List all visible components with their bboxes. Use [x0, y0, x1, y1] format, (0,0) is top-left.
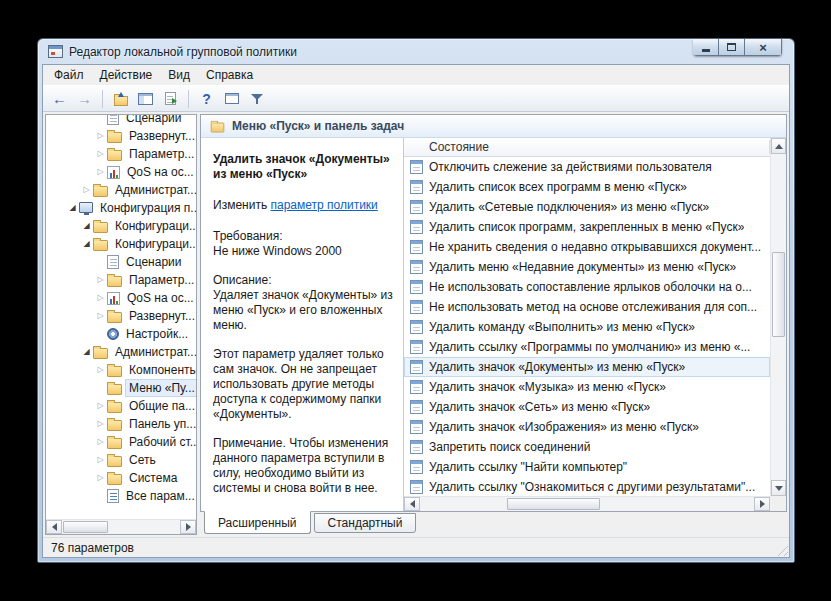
collapse-arrow-icon[interactable]: ◢: [80, 222, 93, 230]
export-list-button[interactable]: [159, 88, 182, 110]
tab-standard[interactable]: Стандартный: [314, 513, 417, 533]
tree-item[interactable]: ▷Компоненты: [46, 361, 196, 379]
tree-item[interactable]: ▷Параметр...: [46, 271, 196, 289]
expand-arrow-icon[interactable]: ▷: [94, 474, 107, 482]
tree-item[interactable]: ▷Общие па...: [46, 397, 196, 415]
resize-grip-icon[interactable]: [775, 543, 788, 556]
policy-setting-link[interactable]: параметр политики: [270, 198, 377, 212]
scrollbar-thumb[interactable]: [772, 252, 785, 337]
close-button[interactable]: ×: [744, 39, 782, 56]
expand-arrow-icon[interactable]: ▷: [94, 402, 107, 410]
window-title: Редактор локальной групповой политики: [69, 45, 680, 59]
expand-arrow-icon[interactable]: ▷: [80, 186, 93, 194]
policy-list-item[interactable]: Отключить слежение за действиями пользов…: [404, 157, 770, 177]
scroll-right-button[interactable]: [754, 497, 770, 511]
tree-item[interactable]: Сценарии: [46, 114, 196, 127]
column-header-state[interactable]: Состояние: [404, 138, 770, 157]
expand-arrow-icon[interactable]: ▷: [94, 438, 107, 446]
tree-item[interactable]: ◢Конфигураци...: [46, 235, 196, 253]
collapse-arrow-icon[interactable]: ◢: [80, 348, 93, 356]
tab-extended[interactable]: Расширенный: [204, 511, 311, 534]
description-paragraph: Удаляет значок «Документы» из меню «Пуск…: [213, 288, 393, 333]
policy-list-item[interactable]: Не хранить сведения о недавно открывавши…: [404, 237, 770, 257]
tree-item[interactable]: Сценарии: [46, 253, 196, 271]
scrollbar-thumb[interactable]: [507, 498, 601, 510]
forward-button[interactable]: [73, 88, 96, 110]
scroll-down-button[interactable]: [771, 480, 786, 496]
properties-button[interactable]: [220, 88, 243, 110]
expand-arrow-icon[interactable]: ▷: [94, 312, 107, 320]
expand-arrow-icon[interactable]: ▷: [94, 366, 107, 374]
menu-help[interactable]: Справка: [198, 66, 261, 84]
expand-arrow-icon[interactable]: ▷: [94, 276, 107, 284]
tree-item[interactable]: Меню «Пу...: [46, 379, 196, 397]
tree-item[interactable]: ▷Администрат...: [46, 181, 196, 199]
tree-item[interactable]: ▷Сеть: [46, 451, 196, 469]
policy-list-item[interactable]: Удалить значок «Документы» из меню «Пуск…: [404, 357, 770, 377]
expand-arrow-icon[interactable]: ▷: [94, 132, 107, 140]
policy-list-item[interactable]: Удалить ссылку «Программы по умолчанию» …: [404, 337, 770, 357]
scrollbar-track[interactable]: [420, 497, 754, 511]
policy-list-item[interactable]: Удалить ссылку "Найти компьютер": [404, 457, 770, 477]
tree-item[interactable]: ▷Развернут...: [46, 127, 196, 145]
tree-item[interactable]: Все парам...: [46, 487, 196, 505]
expand-arrow-icon[interactable]: ▷: [94, 294, 107, 302]
scroll-right-button[interactable]: [180, 520, 196, 534]
scroll-down-icon: [775, 486, 783, 495]
policy-list-item[interactable]: Удалить список программ, закрепленных в …: [404, 217, 770, 237]
policy-list-item[interactable]: Удалить команду «Выполнить» из меню «Пус…: [404, 317, 770, 337]
tree-item[interactable]: ▷QoS на ос...: [46, 163, 196, 181]
show-console-tree-button[interactable]: [134, 88, 157, 110]
scroll-left-button[interactable]: [46, 520, 62, 534]
expand-arrow-icon[interactable]: ▷: [94, 456, 107, 464]
policy-list-item[interactable]: Удалить ссылку "Ознакомиться с другими р…: [404, 477, 770, 496]
policy-name: Удалить значок «Документы» из меню «Пуск…: [429, 360, 685, 374]
menu-action[interactable]: Действие: [92, 66, 161, 84]
expand-arrow-icon[interactable]: ▷: [94, 168, 107, 176]
back-button[interactable]: [48, 88, 71, 110]
up-one-level-button[interactable]: [109, 88, 132, 110]
tree-item[interactable]: ▷Система: [46, 469, 196, 487]
policy-list-item[interactable]: Не использовать сопоставление ярлыков об…: [404, 277, 770, 297]
expand-arrow-icon[interactable]: ▷: [94, 420, 107, 428]
expand-arrow-icon[interactable]: ▷: [94, 150, 107, 158]
scrollbar-track[interactable]: [62, 520, 180, 534]
policy-list-item[interactable]: Удалить меню «Недавние документы» из мен…: [404, 257, 770, 277]
collapse-arrow-icon[interactable]: ◢: [66, 204, 79, 212]
filter-button[interactable]: [245, 88, 268, 110]
tree-item-label: Администрат...: [112, 182, 196, 198]
scroll-left-button[interactable]: [404, 497, 420, 511]
menu-bar: Файл Действие Вид Справка: [43, 65, 789, 85]
policy-list-item[interactable]: Удалить список всех программ в меню «Пус…: [404, 177, 770, 197]
tree-item[interactable]: Настройк...: [46, 325, 196, 343]
policy-list-item[interactable]: Запретить поиск соединений: [404, 437, 770, 457]
menu-file[interactable]: Файл: [46, 66, 92, 84]
tree-item[interactable]: ▷Развернут...: [46, 307, 196, 325]
help-button[interactable]: [195, 88, 218, 110]
tree-item[interactable]: ▷Параметр...: [46, 145, 196, 163]
scrollbar-track[interactable]: [771, 154, 786, 480]
console-tree-pane: Сценарии▷Развернут...▷Параметр...▷QoS на…: [45, 114, 197, 535]
list-vertical-scrollbar[interactable]: [770, 138, 786, 496]
tree-item[interactable]: ▷QoS на ос...: [46, 289, 196, 307]
menu-view[interactable]: Вид: [160, 66, 198, 84]
scrollbar-thumb[interactable]: [63, 521, 108, 533]
tree-item[interactable]: ◢Конфигурация п...: [46, 199, 196, 217]
title-bar[interactable]: Редактор локальной групповой политики ×: [42, 39, 790, 64]
tree-item[interactable]: ◢Администрат...: [46, 343, 196, 361]
tree-item[interactable]: ◢Конфигураци...: [46, 217, 196, 235]
list-horizontal-scrollbar[interactable]: [404, 496, 770, 511]
tree-horizontal-scrollbar[interactable]: [46, 519, 196, 534]
minimize-button[interactable]: [693, 39, 719, 56]
policy-list-item[interactable]: Удалить значок «Музыка» из меню «Пуск»: [404, 377, 770, 397]
collapse-arrow-icon[interactable]: ◢: [80, 240, 93, 248]
tree-item[interactable]: ▷Панель уп...: [46, 415, 196, 433]
tree-item[interactable]: ▷Рабочий ст...: [46, 433, 196, 451]
folder-icon: [93, 186, 108, 197]
maximize-button[interactable]: [718, 39, 745, 56]
policy-list-item[interactable]: Удалить значок «Изображения» из меню «Пу…: [404, 417, 770, 437]
policy-list-item[interactable]: Удалить «Сетевые подключения» из меню «П…: [404, 197, 770, 217]
policy-list-item[interactable]: Удалить значок «Сеть» из меню «Пуск»: [404, 397, 770, 417]
scroll-up-button[interactable]: [771, 138, 786, 154]
policy-list-item[interactable]: Не использовать метод на основе отслежив…: [404, 297, 770, 317]
